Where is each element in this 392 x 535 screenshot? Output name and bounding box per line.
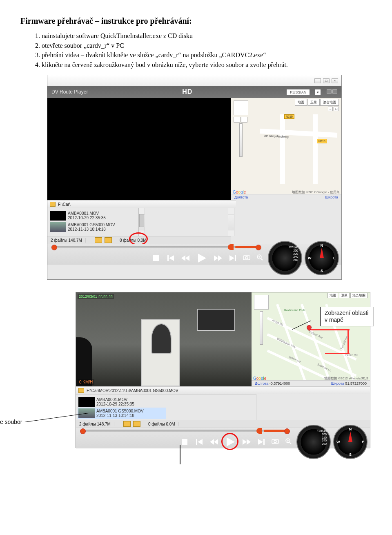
language-dropdown-icon[interactable]: ▾	[315, 89, 321, 95]
map2-tab-hyb[interactable]: 混合地图	[350, 293, 368, 298]
prev-button-2[interactable]	[195, 438, 203, 446]
rewind-button-2[interactable]	[210, 438, 218, 446]
thumbnail-2	[50, 222, 66, 232]
step-2: otevřete soubor „cardv_r“ v PC	[42, 41, 372, 50]
file-date-2: 2012-11-13 10:14:18	[68, 227, 115, 232]
prev-button[interactable]	[167, 254, 175, 262]
video-pane[interactable]	[47, 98, 231, 200]
language-selector[interactable]: RUSSIAN	[287, 89, 310, 95]
camera-button[interactable]	[243, 253, 251, 261]
path-text-2: F:\Car\MOV\2012\11\13\AMBA0001 GS5000.MO…	[87, 388, 178, 393]
road-badge-1: N210	[284, 114, 294, 119]
header-close-icon[interactable]	[332, 89, 337, 94]
map-pane[interactable]: 地图 卫星 混合地图 –□ van Slingelandtweg N210 N2…	[231, 98, 341, 200]
map-tab-satellite[interactable]: 卫星	[307, 99, 320, 106]
open-folder-2b[interactable]	[133, 421, 140, 427]
open-folder-button-2[interactable]	[105, 237, 112, 243]
map-tab-map[interactable]: 地图	[295, 99, 307, 106]
stop-button-2[interactable]	[180, 438, 189, 446]
svg-marker-7	[218, 255, 222, 261]
main-content-row: 地图 卫星 混合地图 –□ van Slingelandtweg N210 N2…	[47, 98, 341, 200]
path-text: F:\Car\	[58, 202, 71, 207]
play-button-2[interactable]	[225, 436, 236, 448]
speed-overlay: 0 KM/H	[78, 379, 94, 385]
hd-badge: HD	[182, 88, 192, 96]
zoom-button-2[interactable]	[284, 437, 292, 445]
map-area-callout: Zobrazení oblasti v mapě	[320, 307, 374, 326]
map2-tab-map[interactable]: 地图	[327, 293, 338, 298]
file-name-1: AMBA0001.MOV	[68, 211, 106, 216]
svg-rect-17	[196, 439, 197, 445]
svg-rect-9	[235, 255, 236, 261]
map-tab-hybrid[interactable]: 混合地图	[320, 99, 339, 106]
inner-min-icon[interactable]: –	[328, 107, 333, 111]
status-left-2: 2 файлы 148.7M	[76, 422, 114, 426]
next-button-2[interactable]	[257, 438, 265, 446]
play-button[interactable]	[196, 252, 207, 264]
svg-line-29	[290, 442, 291, 444]
thumbnail-1	[50, 211, 66, 221]
rewind-button[interactable]	[181, 254, 189, 262]
header-min-icon[interactable]	[327, 89, 332, 94]
gauges: 120140 200 220 240 260 N E S W	[268, 241, 339, 275]
folder-icon[interactable]	[50, 202, 56, 207]
file-list-2-right	[168, 394, 256, 420]
open-folder-2[interactable]	[123, 421, 131, 427]
volume-slider-2[interactable]	[264, 430, 288, 432]
file-item-1[interactable]: AMBA0001.MOV2012-10-29 22:35:35	[49, 210, 143, 221]
svg-point-27	[274, 440, 276, 443]
stop-button[interactable]	[152, 254, 160, 262]
file-item-2-2[interactable]: AMBA0001 GS5000.MOV2012-11-13 10:14:18	[78, 408, 166, 419]
control-bar-2: 120140 200 220 240 260 N E S W	[76, 428, 370, 448]
map-zoom-controls	[234, 100, 241, 157]
control-bar: 120140 200 220 240 260 N E S W	[47, 244, 341, 265]
open-folder-button[interactable]	[95, 237, 102, 243]
playback-buttons	[152, 252, 237, 264]
svg-marker-23	[247, 439, 251, 445]
park-label: Roxbourne Park	[284, 309, 305, 312]
instruction-list: nainstalujete software QuickTimeInstalle…	[20, 31, 372, 69]
car-corner	[76, 337, 92, 386]
map2-footer: Долгота -0.37914000 Широта 51.57227000	[252, 380, 370, 386]
volume-slider[interactable]	[235, 246, 260, 248]
svg-marker-3	[181, 255, 185, 261]
file-list-scrollbar-2[interactable]	[228, 208, 234, 236]
longitude-label: Долгота	[234, 195, 248, 199]
map-zoom-in[interactable]	[234, 117, 241, 123]
map-pan-control[interactable]	[234, 100, 248, 115]
screenshot-2: 地图 卫星 混合地图 2012/03/01 ▯▯:▯▯:▯▯ 0 KM/H	[76, 292, 370, 448]
path-bar-2: F:\Car\MOV\2012\11\13\AMBA0001 GS5000.MO…	[76, 386, 370, 394]
step-4: klikněte na červeně zakroužkovaný bod v …	[42, 60, 372, 69]
file-list: AMBA0001.MOV2012-10-29 22:35:35 AMBA0001…	[47, 208, 145, 236]
next-button[interactable]	[229, 254, 237, 262]
file-list-scrollbar[interactable]	[138, 208, 145, 236]
file-list-2: AMBA0001.MOV2012-10-29 22:35:35 AMBA0001…	[76, 394, 168, 420]
map-zoom-out[interactable]	[241, 117, 248, 123]
step-3: přehrání videa – dvakrát klikněte ve slo…	[42, 51, 372, 60]
app-header: DV Route Player HD RUSSIAN ▾	[47, 86, 341, 98]
latitude-value: 51.57227000	[345, 381, 367, 386]
thumb-2-1	[78, 397, 95, 407]
svg-rect-0	[153, 255, 159, 261]
map-type-tabs: 地图 卫星 混合地图	[295, 99, 339, 106]
svg-marker-22	[243, 439, 247, 445]
path-bar: F:\Car\	[47, 200, 236, 208]
minimize-button[interactable]: –	[314, 78, 321, 83]
forward-button[interactable]	[214, 254, 222, 262]
file-item-2-1[interactable]: AMBA0001.MOV2012-10-29 22:35:35	[78, 396, 166, 408]
folder-icon-2[interactable]	[78, 388, 84, 393]
inner-max-icon[interactable]: □	[334, 107, 339, 111]
file-item-2[interactable]: AMBA0001 GS5000.MOV2012-11-13 10:14:18	[49, 221, 143, 233]
svg-point-11	[245, 256, 248, 259]
door	[141, 319, 180, 386]
map-zoom-slider[interactable]	[239, 123, 243, 157]
maximize-button[interactable]: □	[323, 78, 330, 83]
forward-button-2[interactable]	[243, 438, 251, 446]
map2-tab-sat[interactable]: 卫星	[339, 293, 350, 298]
zoom-button[interactable]	[256, 253, 264, 261]
svg-marker-18	[198, 439, 203, 445]
window	[197, 309, 235, 331]
camera-button-2[interactable]	[271, 437, 279, 445]
close-button[interactable]: ×	[332, 78, 338, 83]
video-pane-2[interactable]: 2012/03/01 ▯▯:▯▯:▯▯ 0 KM/H	[76, 292, 252, 386]
